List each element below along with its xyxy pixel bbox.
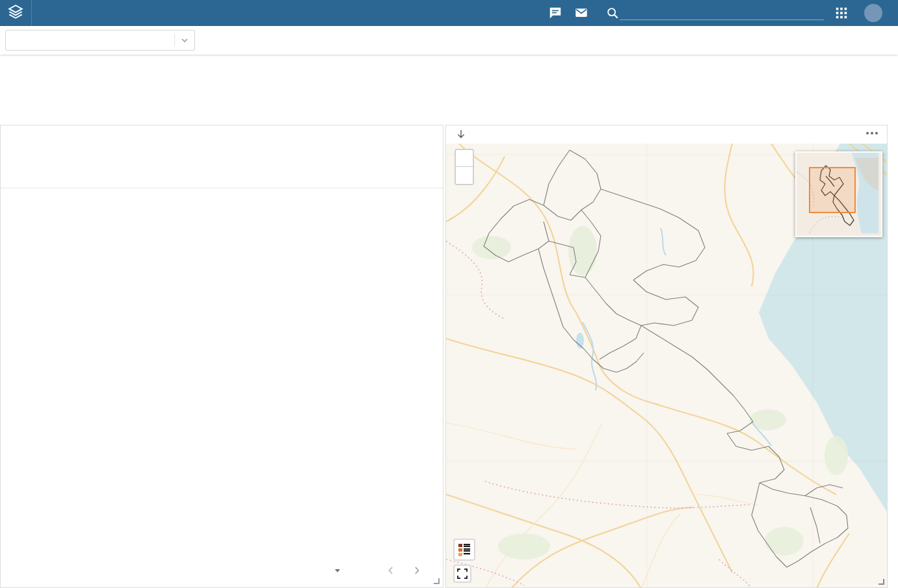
arrow-down-icon[interactable] bbox=[455, 128, 468, 141]
stat-cards-row bbox=[1, 57, 897, 120]
panel-resize-handle[interactable] bbox=[878, 579, 884, 585]
chevron-down-icon bbox=[175, 35, 194, 45]
map-panel bbox=[445, 125, 888, 588]
dashboard-select[interactable] bbox=[5, 30, 195, 51]
rows-per-page-select[interactable] bbox=[331, 569, 340, 572]
caret-down-icon bbox=[335, 569, 340, 572]
dhis2-logo[interactable] bbox=[0, 0, 32, 26]
avatar[interactable] bbox=[864, 4, 882, 22]
fullscreen-icon bbox=[457, 569, 468, 579]
cases-table-panel bbox=[0, 125, 443, 588]
layers-legend-icon bbox=[457, 543, 471, 557]
search-icon[interactable] bbox=[605, 6, 620, 20]
map-zoom-control bbox=[455, 149, 474, 185]
mail-icon[interactable] bbox=[574, 6, 588, 20]
minimap-overview[interactable] bbox=[795, 151, 882, 237]
search-input[interactable] bbox=[620, 14, 824, 20]
map-header bbox=[446, 125, 887, 144]
minimap-icon bbox=[797, 153, 878, 233]
top-bar bbox=[0, 0, 898, 26]
more-dots-icon[interactable] bbox=[866, 132, 878, 134]
table-footer bbox=[321, 563, 425, 578]
chevron-right-icon[interactable] bbox=[409, 563, 425, 578]
table-panel-title bbox=[1, 125, 443, 131]
zoom-out-button[interactable] bbox=[456, 167, 473, 184]
map-attribution bbox=[873, 585, 878, 586]
map-panel-title bbox=[446, 125, 887, 129]
layers-legend-button[interactable] bbox=[453, 539, 475, 561]
chat-icon[interactable] bbox=[548, 6, 562, 20]
panel-resize-handle[interactable] bbox=[434, 578, 440, 584]
chevron-left-icon[interactable] bbox=[383, 563, 399, 578]
map-area[interactable] bbox=[446, 144, 887, 587]
zoom-in-button[interactable] bbox=[456, 150, 473, 167]
layers-stack-icon bbox=[7, 3, 24, 23]
apps-grid-icon[interactable] bbox=[834, 6, 849, 20]
fullscreen-button[interactable] bbox=[453, 565, 471, 583]
dashboard-bar bbox=[0, 26, 898, 55]
table-header bbox=[1, 155, 443, 188]
